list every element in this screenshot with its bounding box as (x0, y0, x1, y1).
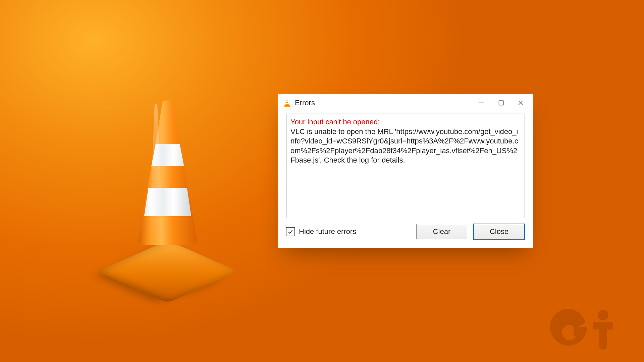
window-title: Errors (295, 99, 315, 107)
svg-rect-1 (286, 101, 288, 102)
error-textbox[interactable]: Your input can't be opened: VLC is unabl… (286, 114, 525, 218)
close-button-label: Close (490, 227, 508, 236)
checkbox-icon (286, 227, 295, 236)
close-dialog-button[interactable]: Close (473, 224, 525, 240)
hide-future-errors-checkbox[interactable]: Hide future errors (286, 227, 410, 236)
gt-logo (550, 304, 624, 352)
close-button[interactable] (511, 96, 530, 110)
clear-button-label: Clear (433, 227, 451, 236)
cone-body (138, 101, 198, 245)
titlebar[interactable]: Errors (278, 94, 533, 112)
error-message: VLC is unable to open the MRL 'https://w… (290, 127, 521, 165)
error-heading: Your input can't be opened: (290, 117, 521, 127)
cone-stripe (138, 188, 198, 216)
svg-rect-3 (284, 105, 290, 107)
clear-button[interactable]: Clear (416, 224, 467, 239)
vlc-cone-icon (283, 99, 291, 107)
cone-stripe (138, 144, 198, 166)
hide-future-errors-label: Hide future errors (299, 227, 356, 236)
svg-rect-5 (499, 101, 503, 105)
maximize-button[interactable] (491, 96, 511, 110)
svg-marker-0 (285, 99, 289, 106)
svg-point-8 (598, 310, 608, 320)
dialog-footer: Hide future errors Clear Close (278, 224, 533, 248)
desktop-background: Errors Your input can't be opened: VLC i… (0, 0, 644, 362)
minimize-button[interactable] (472, 96, 491, 110)
errors-dialog: Errors Your input can't be opened: VLC i… (278, 94, 533, 248)
svg-rect-2 (286, 103, 289, 104)
vlc-cone-illustration (104, 94, 238, 282)
